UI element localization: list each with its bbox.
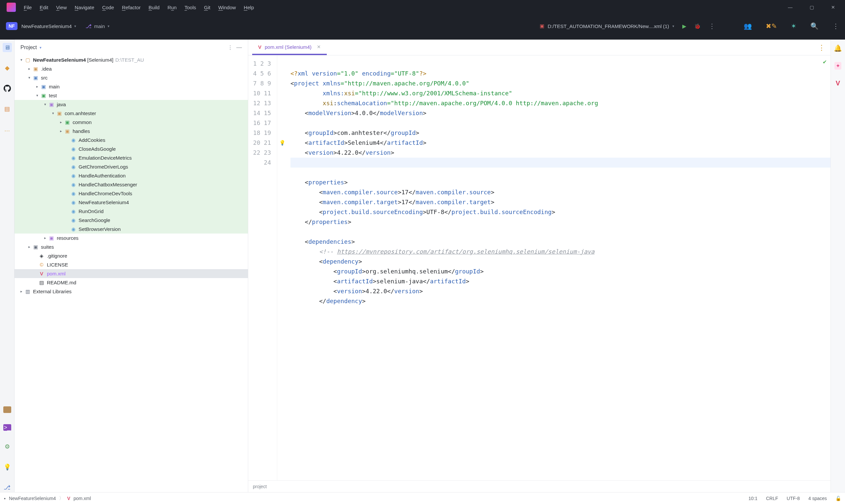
toolwindow-commit-icon[interactable]: ◆ (3, 63, 12, 73)
chevron-down-icon: ▾ (74, 24, 76, 29)
editor-tabs: V pom.xml (Selenium4) ✕ ⋮ (248, 40, 830, 55)
indent-info[interactable]: 4 spaces (808, 496, 827, 501)
menu-edit[interactable]: Edit (40, 5, 48, 10)
chevron-down-icon: ▾ (108, 24, 110, 29)
gutter-hints: 💡 (277, 55, 287, 480)
toolwindow-more-icon[interactable]: … (3, 125, 12, 134)
project-tree[interactable]: ▾▢NewFeatureSelenium4 [Selenium4]D:\TEST… (15, 55, 248, 492)
toolwindow-bookmarks-icon[interactable] (3, 407, 11, 413)
maven-file-icon: V (67, 496, 70, 501)
search-icon[interactable]: 🔍 (810, 22, 818, 30)
debug-button[interactable]: 🐞 (694, 23, 701, 29)
toolwindow-settings-icon[interactable]: ⚙ (3, 442, 12, 451)
menu-file[interactable]: FFileile (24, 5, 32, 10)
caret-position[interactable]: 10:1 (748, 496, 757, 501)
testng-icon: ▣ (540, 23, 544, 29)
toolwindow-problems-icon[interactable]: 💡 (3, 463, 12, 472)
gutter: 1 2 3 4 5 6 7 8 9 10 11 12 13 14 15 16 1… (248, 55, 277, 480)
window-close-icon[interactable]: ✕ (831, 5, 835, 10)
window-minimize-icon[interactable]: — (788, 5, 793, 10)
readonly-icon[interactable]: 🔓 (835, 496, 841, 501)
menu-run[interactable]: Run (168, 5, 177, 10)
run-config-selector[interactable]: ▣ D:/TEST_AUTOMATION_FRAMEWORK/New....xm… (540, 23, 674, 29)
toolwindow-vcs-icon[interactable]: ⎇ (3, 483, 12, 492)
window-maximize-icon[interactable]: ▢ (810, 5, 814, 10)
branch-icon: ⎇ (86, 23, 91, 29)
tab-more-icon[interactable]: ⋮ (818, 43, 825, 52)
code-with-me-icon[interactable]: 👥 (744, 22, 752, 30)
status-breadcrumb-root[interactable]: NewFeatureSelenium4 (9, 496, 56, 501)
git-branch-selector[interactable]: ⎇ main ▾ (86, 23, 110, 29)
chevron-down-icon[interactable]: ▾ (40, 46, 41, 50)
more-icon[interactable]: ⋮ (227, 44, 233, 51)
toolwindow-terminal-icon[interactable]: >_ (3, 424, 11, 431)
right-tool-strip: 🔔 ✦ V (830, 40, 845, 492)
menu-refactor[interactable]: Refactor (122, 5, 141, 10)
toolwindow-structure-icon[interactable]: ▤ (3, 104, 12, 113)
menu-help[interactable]: Help (244, 5, 254, 10)
file-encoding[interactable]: UTF-8 (787, 496, 800, 501)
left-tool-strip: 🖥 ◆ ▤ … >_ ⚙ 💡 ⎇ (0, 40, 15, 492)
bulb-icon: 💡 (279, 140, 285, 146)
collapse-icon[interactable]: — (236, 44, 242, 51)
code-area[interactable]: <?xml version="1.0" encoding="UTF-8"?> <… (287, 55, 830, 480)
breadcrumb[interactable]: project (248, 480, 830, 492)
status-bar: ▪ NewFeatureSelenium4 〉 V pom.xml 10:1 C… (0, 492, 845, 504)
notifications-icon[interactable]: 🔔 (834, 44, 842, 52)
project-badge: NF (6, 22, 17, 30)
chevron-down-icon: ▾ (672, 24, 674, 29)
navbar: NF NewFeatureSelenium4▾ ⎇ main ▾ ▣ D:/TE… (0, 15, 845, 40)
main-menu: FFileile Edit View Navigate Code Refacto… (24, 5, 254, 10)
inspection-ok-icon[interactable]: ✔ (823, 58, 827, 65)
run-button[interactable]: ▶ (682, 23, 686, 29)
menu-git[interactable]: Git (204, 5, 210, 10)
ai-icon[interactable]: ✶ (791, 22, 796, 30)
status-breadcrumb-file[interactable]: pom.xml (74, 496, 91, 501)
toolwindow-github-icon[interactable] (3, 84, 12, 93)
menu-navigate[interactable]: Navigate (75, 5, 94, 10)
project-tool-window: Project ▾ ⋮ — ▾▢NewFeatureSelenium4 [Sel… (15, 40, 248, 492)
ide-logo-icon (6, 3, 16, 12)
menu-code[interactable]: Code (102, 5, 114, 10)
line-separator[interactable]: CRLF (766, 496, 778, 501)
menu-tools[interactable]: Tools (184, 5, 196, 10)
ide-tools-icon[interactable]: ✖✎ (766, 22, 777, 30)
project-selector[interactable]: NewFeatureSelenium4▾ (21, 23, 76, 29)
ai-assistant-icon[interactable]: ✦ (834, 62, 841, 70)
toolwindow-project-icon[interactable]: 🖥 (3, 43, 12, 52)
titlebar: FFileile Edit View Navigate Code Refacto… (0, 0, 845, 15)
maven-file-icon: V (258, 44, 261, 50)
menu-window[interactable]: Window (218, 5, 236, 10)
project-view-title[interactable]: Project (20, 44, 37, 51)
more-run-icon[interactable]: ⋮ (709, 22, 716, 30)
settings-icon[interactable]: ⋮ (832, 22, 839, 30)
code-editor[interactable]: ✔ 1 2 3 4 5 6 7 8 9 10 11 12 13 14 15 16… (248, 55, 830, 480)
menu-view[interactable]: View (56, 5, 67, 10)
close-tab-icon[interactable]: ✕ (317, 44, 321, 50)
maven-icon[interactable]: V (836, 79, 840, 87)
tab-pom[interactable]: V pom.xml (Selenium4) ✕ (252, 40, 327, 55)
menu-build[interactable]: Build (148, 5, 159, 10)
